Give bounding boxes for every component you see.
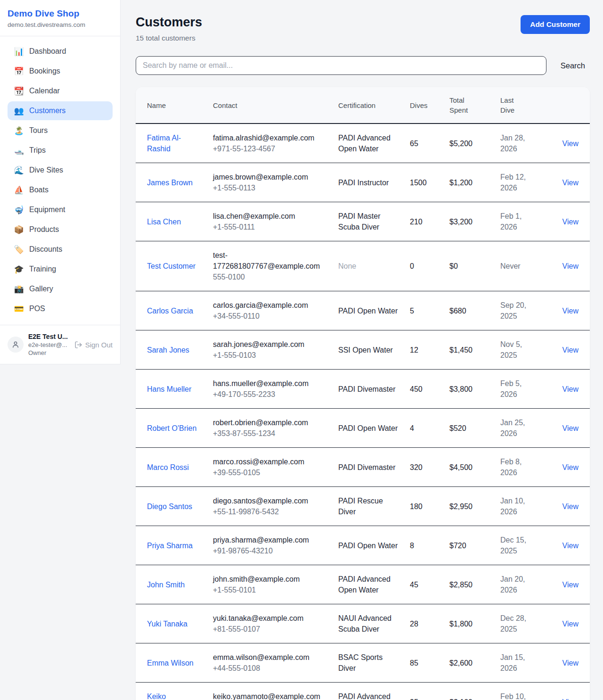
customer-email: yuki.tanaka@example.com — [213, 613, 327, 624]
customer-dives: 95 — [410, 698, 418, 700]
customer-email: carlos.garcia@example.com — [213, 300, 327, 311]
customer-name-link[interactable]: Hans Mueller — [147, 385, 191, 393]
customer-dives: 0 — [410, 262, 414, 270]
customer-name-link[interactable]: Yuki Tanaka — [147, 620, 187, 628]
column-header-certification: Certification — [333, 87, 404, 124]
customer-last-dive: Feb 5, 2026 — [500, 379, 522, 398]
customer-name-link[interactable]: Priya Sharma — [147, 542, 193, 550]
view-customer-link[interactable]: View — [562, 218, 579, 226]
view-customer-link[interactable]: View — [562, 262, 579, 270]
sidebar-item-bookings[interactable]: 📅 Bookings — [8, 62, 113, 81]
customer-certification: PADI Instructor — [338, 179, 389, 187]
customer-certification: None — [338, 262, 356, 270]
customer-email: sarah.jones@example.com — [213, 339, 327, 350]
customer-name-link[interactable]: Marco Rossi — [147, 463, 189, 471]
sidebar-item-gallery[interactable]: 📸 Gallery — [8, 280, 113, 298]
view-customer-link[interactable]: View — [562, 424, 579, 432]
sidebar-item-tours[interactable]: 🏝️ Tours — [8, 121, 113, 140]
view-customer-link[interactable]: View — [562, 581, 579, 589]
sign-out-button[interactable]: Sign Out — [74, 341, 113, 349]
tours-icon: 🏝️ — [13, 126, 24, 135]
sidebar-item-label: Calendar — [29, 87, 60, 95]
view-customer-link[interactable]: View — [562, 140, 579, 148]
view-customer-link[interactable]: View — [562, 502, 579, 511]
customer-total-spent: $720 — [449, 542, 466, 550]
pos-icon: 💳 — [13, 304, 24, 313]
sidebar-item-label: Dive Sites — [29, 166, 63, 174]
view-customer-link[interactable]: View — [562, 179, 579, 187]
customer-total-spent: $680 — [449, 307, 466, 315]
customer-name-link[interactable]: Keiko Yamamoto — [147, 692, 183, 700]
sidebar-item-discounts[interactable]: 🏷️ Discounts — [8, 240, 113, 259]
user-section: E2E Test U... e2e-tester@... Owner Sign … — [0, 325, 120, 364]
view-customer-link[interactable]: View — [562, 385, 579, 393]
add-customer-button[interactable]: Add Customer — [521, 15, 590, 34]
search-button[interactable]: Search — [561, 61, 585, 70]
view-customer-link[interactable]: View — [562, 307, 579, 315]
sidebar-item-label: Customers — [29, 107, 65, 115]
view-customer-link[interactable]: View — [562, 620, 579, 628]
customer-name-link[interactable]: Emma Wilson — [147, 659, 194, 667]
customer-total-spent: $1,450 — [449, 346, 473, 354]
customer-total-spent: $1,800 — [449, 620, 473, 628]
customer-certification: BSAC Sports Diver — [338, 653, 383, 672]
sidebar-item-trips[interactable]: 🛥️ Trips — [8, 141, 113, 160]
customer-certification: NAUI Advanced Scuba Diver — [338, 614, 391, 633]
customer-name-link[interactable]: James Brown — [147, 179, 193, 187]
customer-total-spent: $3,800 — [449, 385, 473, 393]
user-role: Owner — [28, 349, 70, 356]
view-customer-link[interactable]: View — [562, 542, 579, 550]
customer-certification: PADI Divemaster — [338, 463, 396, 471]
sign-out-icon — [74, 341, 82, 349]
sidebar-item-equipment[interactable]: 🤿 Equipment — [8, 200, 113, 219]
customer-dives: 12 — [410, 346, 418, 354]
brand-block: Demo Dive Shop demo.test.divestreams.com — [0, 0, 120, 36]
sidebar-item-label: Gallery — [29, 285, 53, 293]
training-icon: 🎓 — [13, 264, 24, 274]
customer-phone: +91-98765-43210 — [213, 545, 327, 556]
sign-out-label: Sign Out — [85, 341, 113, 349]
sidebar: Demo Dive Shop demo.test.divestreams.com… — [0, 0, 121, 364]
customer-dives: 180 — [410, 502, 423, 511]
sidebar-item-calendar[interactable]: 📆 Calendar — [8, 82, 113, 100]
customer-phone: +1-555-0111 — [213, 222, 327, 232]
customer-certification: PADI Open Water — [338, 424, 398, 432]
sidebar-item-customers[interactable]: 👥 Customers — [8, 101, 113, 120]
table-row: James Brown james.brown@example.com +1-5… — [136, 163, 590, 202]
sidebar-item-training[interactable]: 🎓 Training — [8, 260, 113, 279]
customer-name-link[interactable]: Robert O'Brien — [147, 424, 196, 432]
avatar — [8, 337, 24, 353]
customer-last-dive: Jan 15, 2026 — [500, 653, 525, 672]
customer-dives: 210 — [410, 218, 423, 226]
column-header-dives: Dives — [404, 87, 444, 124]
search-input[interactable] — [136, 56, 546, 75]
dashboard-icon: 📊 — [13, 47, 24, 56]
sidebar-item-dive-sites[interactable]: 🌊 Dive Sites — [8, 161, 113, 180]
sidebar-item-label: Tours — [29, 126, 48, 135]
customer-email: diego.santos@example.com — [213, 495, 327, 506]
sidebar-item-pos[interactable]: 💳 POS — [8, 299, 113, 318]
customer-name-link[interactable]: Carlos Garcia — [147, 307, 193, 315]
sidebar-item-dashboard[interactable]: 📊 Dashboard — [8, 42, 113, 61]
customer-name-link[interactable]: John Smith — [147, 581, 185, 589]
customer-name-link[interactable]: Diego Santos — [147, 502, 192, 511]
gallery-icon: 📸 — [13, 284, 24, 294]
sidebar-item-boats[interactable]: ⛵ Boats — [8, 181, 113, 199]
customer-dives: 4 — [410, 424, 414, 432]
customer-email: fatima.alrashid@example.com — [213, 132, 327, 143]
view-customer-link[interactable]: View — [562, 346, 579, 354]
customer-name-link[interactable]: Fatima Al-Rashid — [147, 134, 181, 153]
view-customer-link[interactable]: View — [562, 698, 579, 700]
customer-name-link[interactable]: Sarah Jones — [147, 346, 189, 354]
user-name: E2E Test U... — [28, 333, 70, 340]
view-customer-link[interactable]: View — [562, 463, 579, 471]
title-block: Customers 15 total customers — [136, 15, 202, 42]
view-customer-link[interactable]: View — [562, 659, 579, 667]
customer-name-link[interactable]: Lisa Chen — [147, 218, 181, 226]
customers-table: Name Contact Certification Dives Total S… — [136, 87, 590, 700]
sidebar-item-products[interactable]: 📦 Products — [8, 220, 113, 239]
table-row: Keiko Yamamoto keiko.yamamoto@example.co… — [136, 683, 590, 700]
table-row: Robert O'Brien robert.obrien@example.com… — [136, 409, 590, 448]
customer-certification: PADI Open Water — [338, 542, 398, 550]
customer-name-link[interactable]: Test Customer — [147, 262, 196, 270]
